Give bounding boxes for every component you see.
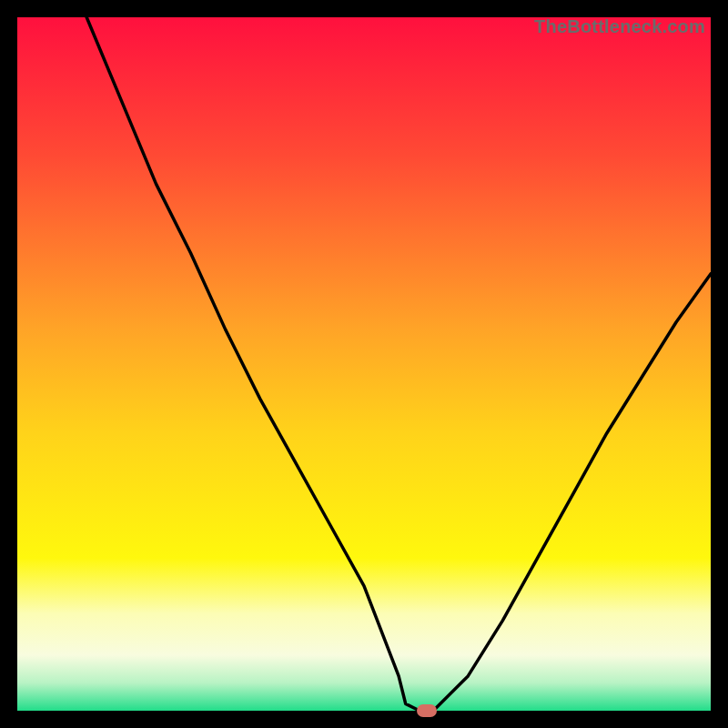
optimum-marker: [417, 704, 437, 717]
plot-area: TheBottleneck.com: [17, 17, 711, 711]
bottleneck-curve: [86, 17, 711, 711]
curve-layer: [17, 17, 711, 711]
chart-frame: TheBottleneck.com: [0, 0, 728, 728]
watermark-text: TheBottleneck.com: [534, 16, 705, 37]
